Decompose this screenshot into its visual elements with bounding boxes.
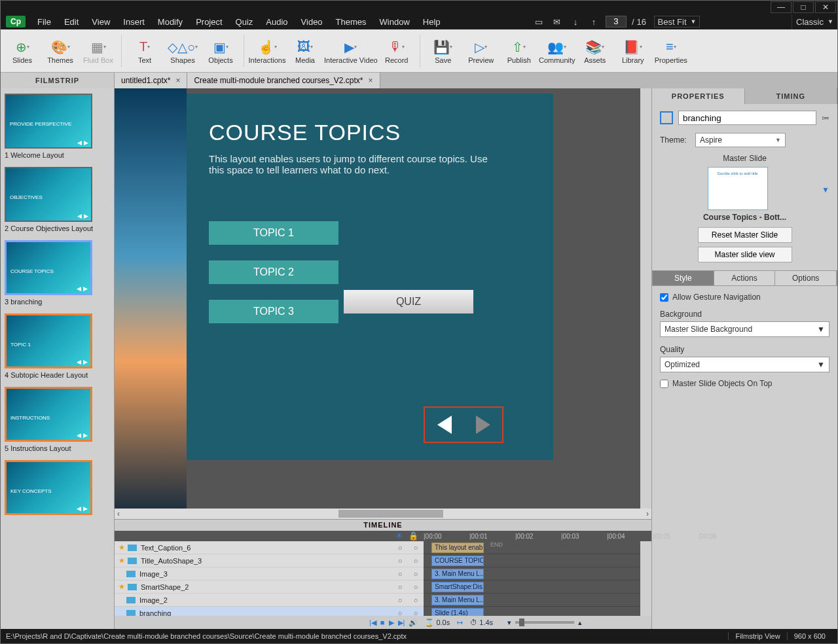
tool-preview[interactable]: ▷ ▾Preview — [462, 31, 500, 71]
zoom-in-icon[interactable]: ▴ — [578, 618, 582, 627]
next-arrow-icon[interactable] — [476, 416, 490, 434]
quiz-button[interactable]: QUIZ — [344, 290, 473, 313]
slide-title[interactable]: COURSE TOPICS — [209, 120, 531, 145]
quality-select[interactable]: Optimized▼ — [660, 357, 829, 372]
tool-interactive-video[interactable]: ▶ ▾Interactive Video — [324, 31, 378, 71]
timeline-vscroll[interactable] — [640, 541, 651, 616]
master-objects-top-label: Master Slide Objects On Top — [672, 379, 773, 388]
tool-record[interactable]: 🎙 ▾Record — [378, 31, 416, 71]
tool-community[interactable]: 👥 ▾Community — [538, 31, 576, 71]
timeline-layer-row[interactable]: Image_3○○ — [115, 567, 424, 581]
mail-icon[interactable]: ✉ — [551, 16, 564, 27]
menu-video[interactable]: Video — [295, 17, 329, 27]
menu-view[interactable]: View — [85, 17, 117, 27]
properties-tab[interactable]: PROPERTIES — [652, 88, 745, 104]
tl-play-icon[interactable]: ▶ — [389, 618, 394, 627]
cc-icon[interactable]: ▭ — [532, 16, 545, 27]
filmstrip-thumb[interactable]: TOPIC 1◀ ▶4 Subtopic Header Layout — [5, 313, 110, 379]
master-slide-view-button[interactable]: Master slide view — [698, 247, 792, 262]
menu-window[interactable]: Window — [373, 17, 416, 27]
topic-1-button[interactable]: TOPIC 1 — [209, 221, 338, 245]
menu-themes[interactable]: Themes — [329, 17, 373, 27]
menu-project[interactable]: Project — [189, 17, 228, 27]
tl-marker-icon[interactable]: ↦ — [457, 618, 463, 627]
status-view: Filmstrip View — [728, 632, 786, 640]
tl-stop-icon[interactable]: ■ — [380, 618, 385, 626]
timeline-layer-row[interactable]: branching○○ — [115, 607, 424, 616]
lock-column-icon[interactable]: 🔒 — [409, 531, 418, 541]
background-select[interactable]: Master Slide Background▼ — [660, 321, 829, 337]
master-dropdown-icon[interactable]: ▼ — [822, 185, 829, 194]
stage-scroll[interactable]: COURSE TOPICS This layout enables users … — [115, 88, 651, 509]
tl-last-icon[interactable]: ▶| — [398, 618, 405, 627]
theme-select[interactable]: Aspire▼ — [695, 133, 786, 147]
allow-gesture-checkbox[interactable] — [660, 293, 668, 302]
page-current-input[interactable]: 3 — [606, 16, 627, 27]
tl-audio-icon[interactable]: 🔊 — [409, 618, 418, 627]
actions-tab[interactable]: Actions — [714, 271, 776, 285]
timeline-layer-row[interactable]: ★Title_AutoShape_3○○ — [115, 554, 424, 567]
tool-fluid-box[interactable]: ▦ ▾Fluid Box — [79, 31, 117, 71]
workspace-select[interactable]: Classic▼ — [792, 14, 837, 29]
timeline-layer-row[interactable]: ★SmartShape_2○○ — [115, 581, 424, 594]
filmstrip-thumb[interactable]: COURSE TOPICS◀ ▶3 branching — [5, 240, 110, 306]
close-button[interactable]: ✕ — [815, 1, 836, 13]
filmstrip-thumb[interactable]: INSTRUCTIONS◀ ▶5 Instructions Layout — [5, 387, 110, 452]
tool-objects[interactable]: ▣ ▾Objects — [202, 31, 240, 71]
menu-insert[interactable]: Insert — [117, 17, 151, 27]
menu-audio[interactable]: Audio — [259, 17, 294, 27]
filmstrip-thumb[interactable]: PROVIDE PERSPECTIVE◀ ▶1 Welcome Layout — [5, 94, 110, 159]
filmstrip-thumb[interactable]: OBJECTIVES◀ ▶2 Course Objectives Layout — [5, 167, 110, 232]
tool-text[interactable]: T ▾Text — [126, 31, 164, 71]
menu-edit[interactable]: Edit — [58, 17, 85, 27]
minimize-button[interactable]: — — [771, 1, 792, 13]
tool-assets[interactable]: 📚 ▾Assets — [576, 31, 614, 71]
tool-media[interactable]: 🖼 ▾Media — [286, 31, 324, 71]
tool-library[interactable]: 📕 ▾Library — [614, 31, 652, 71]
document-tab[interactable]: Create multi-module branched courses_V2.… — [187, 73, 380, 88]
menu-icon[interactable]: ≔ — [822, 113, 829, 122]
vertical-scrollbar[interactable] — [640, 88, 651, 509]
topic-2-button[interactable]: TOPIC 2 — [209, 260, 338, 284]
up-icon[interactable]: ↑ — [587, 16, 600, 27]
menu-modify[interactable]: Modify — [151, 17, 189, 27]
prev-arrow-icon[interactable] — [437, 416, 452, 434]
tool-slides[interactable]: ⊕ ▾Slides — [3, 31, 41, 71]
timing-tab[interactable]: TIMING — [745, 88, 838, 104]
slide-canvas[interactable]: COURSE TOPICS This layout enables users … — [187, 94, 553, 460]
maximize-button[interactable]: □ — [793, 1, 814, 13]
style-tab[interactable]: Style — [653, 271, 714, 285]
tool-save[interactable]: 💾 ▾Save — [424, 31, 462, 71]
timeline-ruler[interactable]: 👁 🔒 |00:00|00:01|00:02|00:03|00:04|00:05… — [115, 531, 651, 541]
menu-help[interactable]: Help — [416, 17, 447, 27]
zoom-slider[interactable] — [515, 621, 574, 624]
options-tab[interactable]: Options — [775, 271, 837, 285]
filmstrip-panel[interactable]: PROVIDE PERSPECTIVE◀ ▶1 Welcome LayoutOB… — [1, 88, 115, 629]
reset-master-button[interactable]: Reset Master Slide — [698, 227, 792, 243]
timeline-tracks[interactable]: END This layout enab...COURSE TOPICS...3… — [424, 541, 640, 616]
tool-properties[interactable]: ≡ ▾Properties — [652, 31, 690, 71]
tool-publish[interactable]: ⇧ ▾Publish — [500, 31, 538, 71]
horizontal-scrollbar[interactable]: ‹› — [115, 509, 651, 519]
slide-name-input[interactable] — [678, 111, 816, 125]
master-slide-thumbnail[interactable]: Double click to add title — [708, 167, 768, 210]
down-icon[interactable]: ↓ — [569, 16, 582, 27]
zoom-select[interactable]: Best Fit▼ — [654, 16, 700, 27]
tool-shapes[interactable]: ◇△○ ▾Shapes — [164, 31, 202, 71]
tl-first-icon[interactable]: |◀ — [369, 618, 376, 627]
visibility-column-icon[interactable]: 👁 — [395, 531, 403, 541]
menu-file[interactable]: File — [31, 17, 58, 27]
zoom-out-icon[interactable]: ▾ — [507, 618, 511, 627]
filmstrip-thumb[interactable]: KEY CONCEPTS◀ ▶ — [5, 460, 110, 515]
timeline-layer-row[interactable]: ★Text_Caption_6○○ — [115, 541, 424, 554]
close-icon[interactable]: × — [175, 76, 180, 85]
master-objects-top-checkbox[interactable] — [660, 380, 668, 388]
tool-themes[interactable]: 🎨 ▾Themes — [41, 31, 79, 71]
slide-description[interactable]: This layout enables users to jump to dif… — [209, 153, 497, 175]
menu-quiz[interactable]: Quiz — [229, 17, 260, 27]
topic-3-button[interactable]: TOPIC 3 — [209, 300, 338, 323]
tool-interactions[interactable]: ☝ ▾Interactions — [248, 31, 286, 71]
timeline-layer-row[interactable]: Image_2○○ — [115, 594, 424, 607]
close-icon[interactable]: × — [369, 76, 373, 85]
document-tab[interactable]: untitled1.cptx*× — [115, 73, 187, 88]
